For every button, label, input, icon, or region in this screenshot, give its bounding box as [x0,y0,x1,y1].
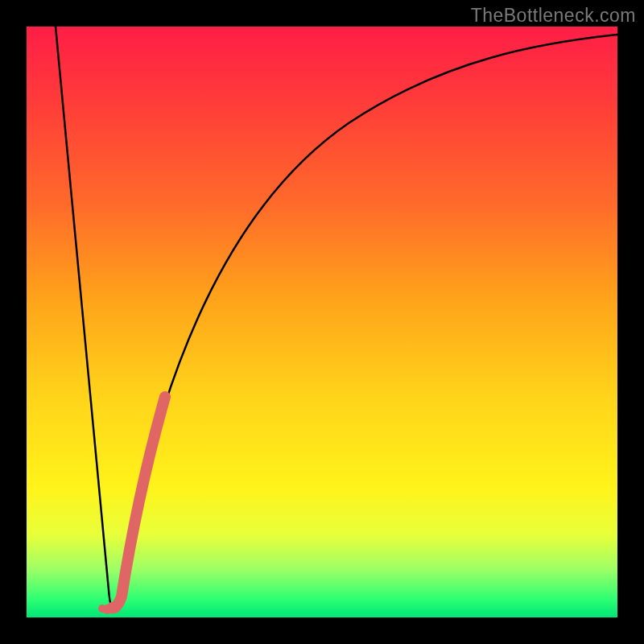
chart-frame: TheBottleneck.com [0,0,644,644]
highlight-segment [112,397,165,608]
plot-area [27,27,617,617]
highlight-dot [98,605,106,613]
watermark-label: TheBottleneck.com [471,5,636,27]
curve-layer [27,27,617,617]
